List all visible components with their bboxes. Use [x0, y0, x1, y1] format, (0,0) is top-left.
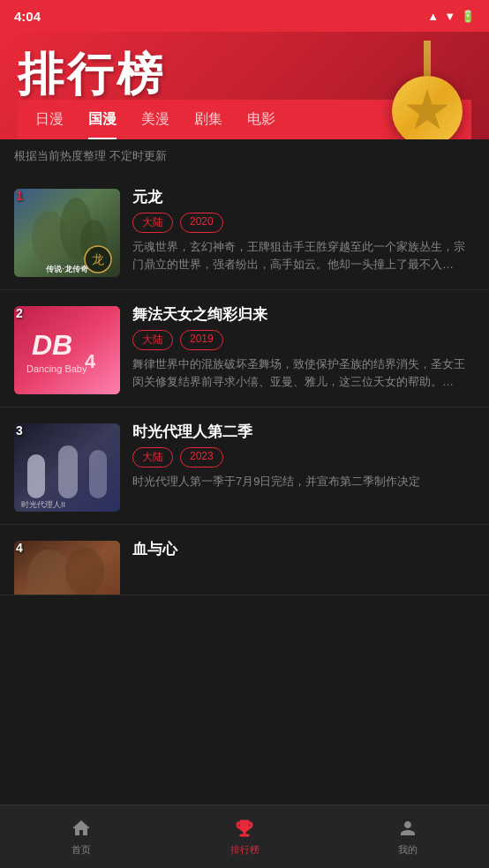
person-icon [396, 817, 419, 840]
tab-guoman[interactable]: 国漫 [88, 110, 117, 139]
list-item[interactable]: 时光代理人II 3 时光代理人第二季 大陆 2023 时光代理人第一季于7月9日… [0, 408, 489, 525]
item-info-2: 舞法天女之绚彩归来 大陆 2019 舞律世界中的混族破坏圣舞场，致使保护圣族的结… [132, 303, 475, 394]
nav-profile-label: 我的 [398, 843, 418, 857]
thumbnail-3: 时光代理人II [14, 423, 120, 512]
svg-text:Dancing Baby: Dancing Baby [26, 363, 87, 374]
medal-ribbon [424, 41, 431, 76]
item-tags-2: 大陆 2019 [132, 330, 475, 350]
svg-rect-13 [89, 450, 107, 498]
thumbnail-2: DB Dancing Baby 4 [14, 306, 120, 394]
tag-region-1: 大陆 [132, 213, 173, 233]
item-info-1: 元龙 大陆 2020 元魂世界，玄幻神奇，王牌狙击手王胜穿越至此一个家族丛生，宗… [132, 185, 475, 277]
svg-rect-11 [27, 454, 45, 498]
svg-rect-12 [58, 445, 78, 498]
home-icon [70, 817, 93, 840]
thumb-label-1: 传说·龙传奇 [14, 264, 120, 275]
status-bar: 4:04 ▲ ▼ 🔋 [0, 0, 489, 32]
nav-home[interactable]: 首页 [0, 817, 163, 857]
medal-body [392, 76, 463, 139]
tag-year-2: 2019 [180, 330, 223, 350]
svg-point-17 [65, 547, 104, 595]
thumbnail-1: 龙 传说·龙传奇 [14, 189, 120, 277]
trophy-icon [233, 817, 256, 840]
wifi-icon: ▼ [444, 10, 455, 23]
tag-year-3: 2023 [180, 447, 223, 468]
thumb-art-1: 龙 传说·龙传奇 [14, 189, 120, 277]
item-info-4: 血与心 [132, 537, 475, 582]
tab-riman[interactable]: 日漫 [35, 110, 64, 139]
content-list: 龙 传说·龙传奇 1 元龙 大陆 2020 元魂世界，玄幻神奇，王牌狙击手王胜穿… [0, 173, 489, 666]
tab-meiman[interactable]: 美漫 [141, 110, 169, 139]
nav-ranking[interactable]: 排行榜 [163, 817, 327, 857]
item-tags-3: 大陆 2023 [132, 447, 475, 468]
tag-region-3: 大陆 [132, 447, 173, 468]
item-desc-1: 元魂世界，玄幻神奇，王牌狙击手王胜穿越至此一个家族丛生，宗门鼎立的世界，强者纷出… [132, 238, 475, 273]
subtitle-bar: 根据当前热度整理 不定时更新 [0, 139, 489, 173]
rank-3: 3 [16, 423, 23, 438]
item-info-3: 时光代理人第二季 大陆 2023 时光代理人第一季于7月9日完结，并宣布第二季制… [132, 420, 475, 512]
list-item[interactable]: 4 血与心 [0, 525, 489, 595]
svg-text:4: 4 [85, 350, 96, 372]
nav-home-label: 首页 [71, 843, 91, 857]
item-title-3: 时光代理人第二季 [132, 422, 475, 442]
tag-region-2: 大陆 [132, 330, 173, 350]
item-desc-3: 时光代理人第一季于7月9日完结，并宣布第二季制作决定 [132, 473, 475, 490]
medal-star [405, 89, 449, 133]
nav-ranking-label: 排行榜 [230, 843, 260, 857]
item-title-2: 舞法天女之绚彩归来 [132, 304, 475, 325]
tab-dianying[interactable]: 电影 [247, 110, 275, 139]
tab-juji[interactable]: 剧集 [194, 110, 222, 139]
subtitle-text: 根据当前热度整理 不定时更新 [14, 149, 167, 162]
nav-profile[interactable]: 我的 [326, 817, 489, 857]
rank-1: 1 [16, 189, 23, 203]
battery-icon: 🔋 [461, 10, 475, 23]
header-banner: 排行榜 日漫 国漫 美漫 剧集 电影 [0, 32, 489, 139]
svg-text:DB: DB [32, 329, 72, 361]
status-icons: ▲ ▼ 🔋 [427, 10, 475, 23]
signal-icon: ▲ [427, 10, 439, 23]
tag-year-1: 2020 [180, 213, 223, 233]
list-item[interactable]: DB Dancing Baby 4 2 舞法天女之绚彩归来 大陆 2019 舞律… [0, 290, 489, 408]
status-time: 4:04 [14, 9, 41, 24]
thumbnail-4 [14, 541, 120, 595]
svg-text:时光代理人II: 时光代理人II [21, 500, 65, 509]
thumb-art-3: 时光代理人II [14, 423, 120, 512]
item-tags-1: 大陆 2020 [132, 213, 475, 233]
list-item[interactable]: 龙 传说·龙传奇 1 元龙 大陆 2020 元魂世界，玄幻神奇，王牌狙击手王胜穿… [0, 173, 489, 290]
bottom-nav: 首页 排行榜 我的 [0, 804, 489, 868]
medal-decoration [383, 41, 471, 139]
rank-4: 4 [16, 541, 23, 555]
item-title-1: 元龙 [132, 187, 475, 207]
thumb-art-4 [14, 541, 120, 595]
rank-2: 2 [16, 306, 23, 320]
item-desc-2: 舞律世界中的混族破坏圣舞场，致使保护圣族的结界消失，圣女王闵关修复结界前寻求小僖… [132, 355, 475, 390]
thumb-art-2: DB Dancing Baby 4 [14, 306, 120, 394]
item-title-4: 血与心 [132, 539, 475, 559]
